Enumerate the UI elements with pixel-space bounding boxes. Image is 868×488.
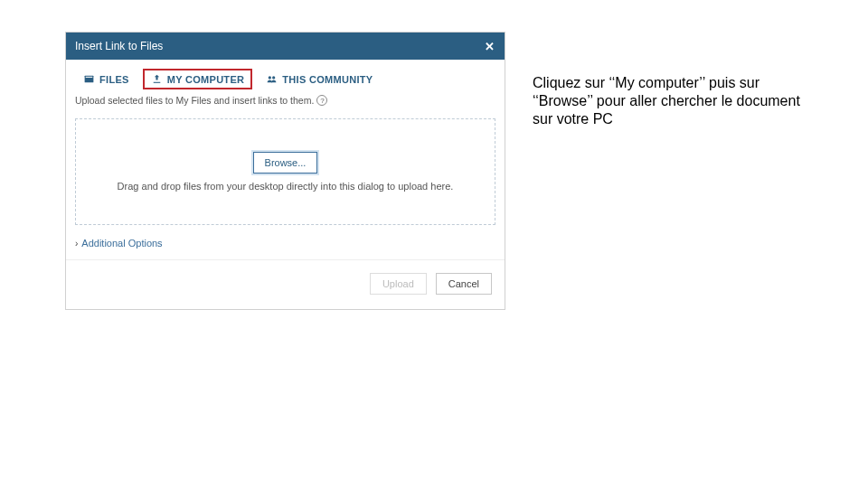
community-icon <box>266 73 278 85</box>
additional-options-toggle[interactable]: › Additional Options <box>66 234 505 259</box>
browse-button[interactable]: Browse... <box>253 152 318 174</box>
chevron-right-icon: › <box>75 239 78 249</box>
tab-this-community-label: THIS COMMUNITY <box>282 74 373 85</box>
files-icon <box>83 73 95 85</box>
svg-point-4 <box>272 76 275 79</box>
source-tabs: FILES MY COMPUTER THIS COMMUNITY <box>66 60 505 93</box>
dropzone-hint: Drag and drop files from your desktop di… <box>118 181 454 192</box>
help-icon[interactable]: ? <box>316 95 327 106</box>
upload-instruction-text: Upload selected files to My Files and in… <box>75 95 314 106</box>
dialog-footer: Upload Cancel <box>66 259 505 309</box>
svg-point-3 <box>269 76 271 79</box>
upload-icon <box>151 73 163 85</box>
upload-instruction: Upload selected files to My Files and in… <box>66 93 505 113</box>
dialog-titlebar: Insert Link to Files ✕ <box>66 33 505 60</box>
svg-rect-2 <box>153 82 160 83</box>
upload-button: Upload <box>370 273 427 295</box>
additional-options-label: Additional Options <box>81 238 162 249</box>
instruction-annotation: Cliquez sur ‘‘My computer’’ puis sur ‘‘B… <box>533 74 813 128</box>
tab-files-label: FILES <box>99 74 129 85</box>
tab-this-community[interactable]: THIS COMMUNITY <box>258 69 381 89</box>
tab-files[interactable]: FILES <box>75 69 137 89</box>
tab-my-computer-label: MY COMPUTER <box>167 74 245 85</box>
close-icon[interactable]: ✕ <box>483 40 495 52</box>
insert-link-dialog: Insert Link to Files ✕ FILES MY COMPUTER <box>65 32 505 310</box>
dialog-title: Insert Link to Files <box>75 40 163 52</box>
cancel-button[interactable]: Cancel <box>436 273 492 295</box>
tab-my-computer[interactable]: MY COMPUTER <box>143 69 253 89</box>
svg-rect-1 <box>86 77 93 78</box>
file-dropzone[interactable]: Browse... Drag and drop files from your … <box>75 118 495 225</box>
